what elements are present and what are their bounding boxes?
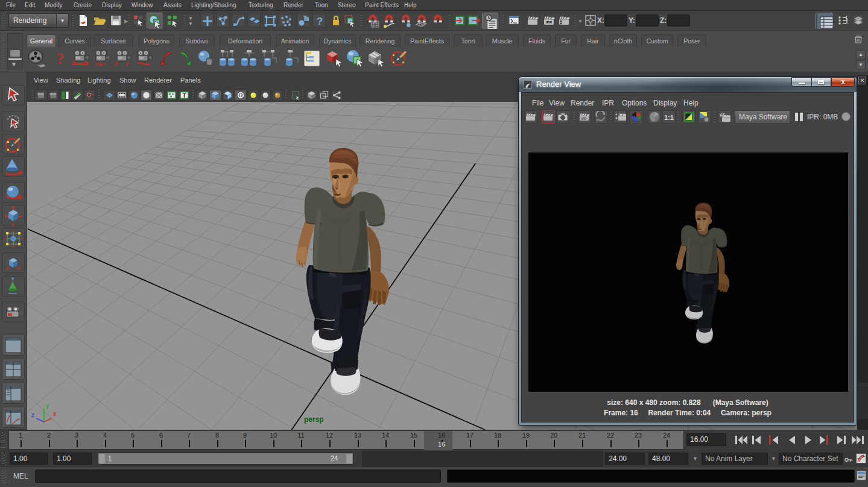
svg-text:T: T bbox=[182, 92, 186, 99]
svg-text:?: ? bbox=[317, 16, 323, 27]
svg-text:z: z bbox=[31, 412, 34, 418]
svg-text:1:1: 1:1 bbox=[664, 114, 674, 121]
svg-text:x: x bbox=[53, 410, 57, 417]
svg-text:IPR: IPR bbox=[546, 20, 553, 24]
svg-text:y: y bbox=[46, 403, 49, 409]
svg-text:persp: persp bbox=[304, 415, 324, 424]
svg-text:IPR: IPR bbox=[581, 117, 586, 121]
